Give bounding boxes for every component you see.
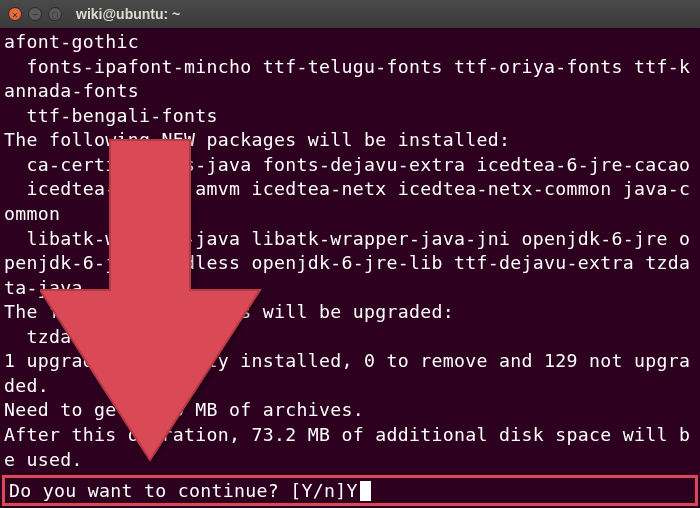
text-cursor: [360, 481, 371, 501]
prompt-input[interactable]: Y: [347, 480, 358, 501]
window-title: wiki@ubuntu: ~: [76, 6, 180, 22]
close-icon[interactable]: ✕: [8, 7, 22, 21]
continue-prompt[interactable]: Do you want to continue? [Y/n] Y: [2, 475, 698, 506]
prompt-question: Do you want to continue? [Y/n]: [9, 480, 347, 501]
window-titlebar: ✕ − ▢ wiki@ubuntu: ~: [0, 0, 700, 28]
terminal-output[interactable]: afont-gothic fonts-ipafont-mincho ttf-te…: [0, 28, 700, 474]
minimize-icon[interactable]: −: [28, 7, 42, 21]
maximize-icon[interactable]: ▢: [48, 7, 62, 21]
